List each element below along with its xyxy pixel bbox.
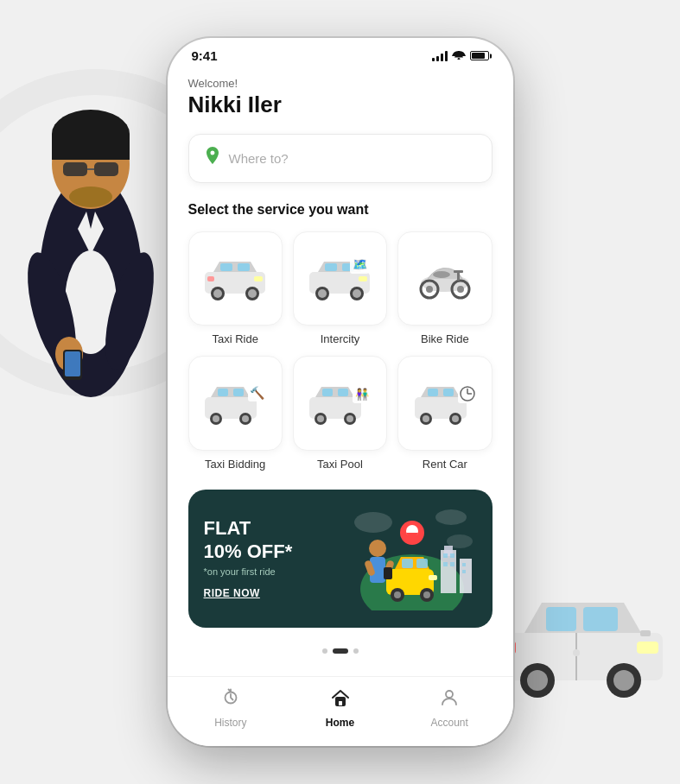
svg-rect-39 (325, 263, 337, 271)
battery-icon (470, 51, 489, 60)
service-item-bike-ride[interactable]: Bike Ride (397, 231, 492, 345)
svg-rect-115 (339, 701, 342, 705)
svg-rect-6 (94, 162, 118, 176)
nav-item-history[interactable]: History (176, 687, 286, 729)
svg-point-8 (69, 187, 112, 207)
svg-rect-93 (450, 553, 454, 558)
user-name: Nikki Iler (188, 92, 493, 118)
dot-2-active (333, 648, 348, 654)
svg-rect-94 (443, 562, 448, 566)
svg-point-23 (527, 670, 548, 691)
status-bar: 9:41 (168, 38, 513, 68)
svg-point-86 (435, 509, 467, 525)
svg-point-33 (213, 289, 222, 298)
nav-item-account[interactable]: Account (395, 687, 505, 729)
phone-content: Welcome! Nikki Iler Where to? Select the… (168, 68, 513, 676)
svg-rect-31 (238, 263, 250, 271)
phone-frame: 9:41 Welcome! Nikki Iler (168, 38, 513, 746)
svg-rect-58 (233, 389, 244, 396)
service-item-taxi-ride[interactable]: Taxi Ride (188, 231, 283, 345)
service-label-rent-car: Rent Car (423, 458, 467, 471)
svg-point-69 (317, 415, 324, 422)
promo-text: FLAT10% OFF* *on your first ride RIDE NO… (204, 517, 347, 599)
svg-point-52 (426, 286, 433, 293)
svg-rect-76 (443, 389, 454, 396)
nav-item-home[interactable]: Home (285, 687, 395, 729)
svg-rect-105 (429, 575, 437, 580)
services-grid: Taxi Ride (188, 231, 493, 471)
svg-rect-5 (63, 162, 87, 176)
service-item-taxi-pool[interactable]: 👫 Taxi Pool (293, 356, 387, 470)
svg-point-78 (423, 415, 429, 422)
location-icon (205, 147, 220, 170)
svg-rect-66 (322, 389, 333, 396)
history-icon (220, 687, 241, 713)
car-illustration (490, 585, 671, 698)
svg-text:👫: 👫 (355, 387, 370, 401)
dot-3 (353, 648, 359, 654)
service-item-taxi-bidding[interactable]: 🔨 Taxi Bidding (188, 356, 283, 470)
svg-rect-97 (462, 570, 466, 573)
service-card-bike-ride[interactable] (397, 231, 492, 326)
service-item-intercity[interactable]: 🗺️ Intercity (293, 231, 387, 345)
svg-point-35 (248, 289, 257, 298)
service-card-rent-car[interactable] (397, 356, 492, 450)
svg-point-25 (613, 670, 634, 691)
service-label-bike-ride: Bike Ride (421, 332, 469, 345)
promo-banner[interactable]: FLAT10% OFF* *on your first ride RIDE NO… (188, 490, 493, 628)
nav-label-history: History (214, 717, 246, 729)
svg-rect-4 (52, 134, 130, 160)
home-icon (330, 687, 351, 713)
service-card-taxi-bidding[interactable]: 🔨 (188, 356, 283, 450)
svg-rect-75 (428, 389, 438, 396)
svg-rect-30 (220, 263, 232, 271)
svg-point-71 (346, 415, 353, 422)
promo-subtitle: *on your first ride (204, 566, 347, 577)
account-icon (439, 687, 460, 713)
svg-rect-20 (637, 642, 658, 654)
svg-point-28 (573, 649, 580, 656)
service-card-taxi-ride[interactable] (188, 231, 283, 326)
svg-rect-99 (402, 559, 413, 568)
svg-point-50 (457, 286, 464, 293)
svg-point-55 (433, 271, 450, 278)
svg-rect-37 (207, 276, 214, 281)
service-label-taxi-bidding: Taxi Bidding (205, 458, 265, 471)
dots-indicator (188, 642, 493, 664)
svg-rect-13 (65, 351, 80, 376)
signal-icon (432, 51, 448, 61)
service-card-intercity[interactable]: 🗺️ (293, 231, 387, 326)
nav-label-account: Account (431, 717, 468, 729)
svg-rect-96 (462, 563, 466, 566)
svg-text:🗺️: 🗺️ (353, 257, 368, 272)
service-label-intercity: Intercity (321, 332, 360, 345)
promo-title: FLAT10% OFF* (204, 517, 347, 563)
svg-rect-67 (338, 389, 348, 396)
svg-rect-45 (359, 276, 367, 281)
svg-rect-100 (416, 559, 428, 568)
svg-point-106 (369, 540, 386, 557)
svg-rect-92 (443, 553, 448, 558)
service-label-taxi-ride: Taxi Ride (212, 332, 257, 345)
svg-rect-95 (450, 562, 454, 566)
svg-point-85 (354, 512, 392, 533)
service-label-taxi-pool: Taxi Pool (317, 458, 363, 471)
svg-text:🔨: 🔨 (250, 386, 265, 401)
dot-1 (322, 648, 327, 654)
svg-rect-110 (384, 567, 392, 579)
welcome-text: Welcome! (188, 77, 493, 90)
svg-point-80 (452, 415, 459, 422)
svg-point-102 (394, 591, 401, 598)
svg-rect-27 (640, 630, 651, 636)
svg-point-104 (423, 591, 430, 598)
svg-point-62 (242, 415, 249, 422)
service-item-rent-car[interactable]: Rent Car (397, 356, 492, 470)
search-bar[interactable]: Where to? (188, 134, 493, 183)
search-placeholder: Where to? (229, 151, 289, 166)
svg-rect-18 (546, 607, 576, 631)
wifi-icon (452, 49, 466, 62)
promo-cta[interactable]: RIDE NOW (204, 587, 347, 599)
section-title: Select the service you want (188, 202, 493, 218)
service-card-taxi-pool[interactable]: 👫 (293, 356, 387, 450)
nav-label-home: Home (326, 717, 354, 729)
